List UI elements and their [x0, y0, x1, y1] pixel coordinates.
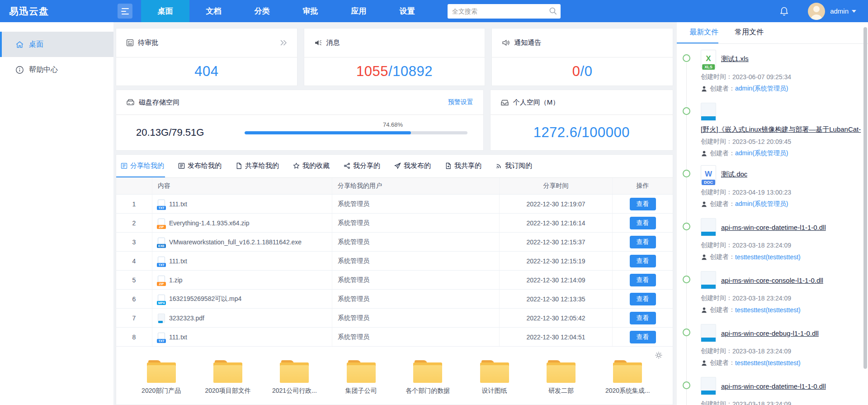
file-radio[interactable] — [683, 54, 690, 62]
tab-apps[interactable]: 应用 — [335, 0, 383, 22]
alert-settings-link[interactable]: 预警设置 — [448, 98, 473, 106]
file-link[interactable]: [野火]《嵌入式Linux镜像构建与部署—基于LubanCat- — [701, 125, 865, 134]
table-row[interactable]: 5 1.zip 系统管理员 2022-12-30 12:14:09 查看 — [116, 271, 673, 290]
file-link[interactable]: api-ms-win-core-console-l1-1-0.dll — [721, 276, 823, 284]
tab-desktop[interactable]: 桌面 — [141, 0, 189, 22]
created-label: 创建时间： — [701, 294, 732, 302]
view-button[interactable]: 查看 — [630, 293, 656, 305]
double-chevron-right-icon[interactable] — [280, 39, 287, 46]
share-time: 2022-12-30 12:04:51 — [500, 328, 613, 346]
tab-categories[interactable]: 分类 — [238, 0, 286, 22]
stats-row: 待审批 404 消息 1055/10892 通知通 — [116, 28, 673, 86]
creator-label: 创建者： — [710, 306, 735, 314]
tab-my-shared[interactable]: 我共享的 — [444, 155, 482, 177]
caret-down-icon — [852, 10, 856, 13]
tab-my-favorites[interactable]: 我的收藏 — [292, 155, 330, 177]
file-type-icon — [158, 314, 165, 323]
file-list-item: api-ms-win-core-datetime-l1-1-0.dll 创建时间… — [677, 217, 868, 270]
tab-shared-with-me[interactable]: 共享给我的 — [235, 155, 280, 177]
creator-value[interactable]: admin(系统管理员) — [735, 149, 788, 157]
folder-icon — [480, 360, 509, 383]
creator-value[interactable]: testtesttest(testtesttest) — [735, 359, 801, 367]
avatar[interactable] — [808, 3, 825, 20]
folder[interactable]: 2020系统集成... — [598, 360, 657, 395]
creator-value[interactable]: testtesttest(testtesttest) — [735, 253, 801, 261]
announcement-icon — [502, 39, 510, 47]
table-row[interactable]: 1 111.txt 系统管理员 2022-12-30 12:19:07 查看 — [116, 195, 673, 214]
table-row[interactable]: 2 Everything-1.4.1.935.x64.zip 系统管理员 202… — [116, 214, 673, 233]
global-search — [448, 4, 561, 19]
pending-approvals-value: 404 — [116, 57, 297, 86]
tab-my-published[interactable]: 我发布的 — [393, 155, 432, 177]
notices-card: 通知通告 0/0 — [491, 28, 673, 86]
folder-label: 2020系统集成... — [605, 387, 650, 395]
folder[interactable]: 研发二部 — [531, 360, 591, 395]
files-panel-tabs: 最新文件 常用文件 — [677, 22, 868, 44]
gear-icon[interactable] — [655, 351, 663, 359]
tab-latest-files[interactable]: 最新文件 — [677, 22, 718, 43]
file-link[interactable]: api-ms-win-core-datetime-l1-1-0.dll — [721, 382, 826, 390]
folder[interactable]: 各个部门的数据 — [398, 360, 458, 395]
file-link[interactable]: api-ms-win-core-datetime-l1-1-0.dll — [721, 224, 826, 231]
file-radio[interactable] — [683, 381, 690, 389]
hard-drive-icon — [126, 98, 135, 106]
tab-frequent-files[interactable]: 常用文件 — [735, 22, 764, 43]
tab-my-subscriptions[interactable]: 我订阅的 — [495, 155, 533, 177]
table-row[interactable]: 6 1632195269582可以.mp4 系统管理员 2022-12-30 1… — [116, 290, 673, 309]
tab-settings[interactable]: 设置 — [383, 0, 431, 22]
tab-documents[interactable]: 文档 — [189, 0, 238, 22]
folder-label: 2021公司行政... — [272, 387, 317, 395]
folder[interactable]: 设计图纸 — [465, 360, 524, 395]
file-radio[interactable] — [683, 329, 690, 336]
sidebar-item-desktop[interactable]: 桌面 — [0, 32, 113, 57]
file-radio[interactable] — [683, 170, 690, 177]
file-created-row: 创建时间： 2023-03-18 23:24:09 — [701, 347, 865, 355]
creator-label: 创建者： — [710, 149, 735, 157]
topbar: 易迅云盘 桌面 文档 分类 审批 应用 设置 admin — [0, 0, 868, 22]
notifications-bell-icon[interactable] — [779, 6, 789, 16]
main-content: 待审批 404 消息 1055/10892 通知通 — [113, 22, 675, 405]
view-button[interactable]: 查看 — [630, 274, 656, 286]
card-title: 消息 — [326, 38, 340, 47]
view-button[interactable]: 查看 — [630, 198, 656, 210]
search-icon[interactable] — [549, 7, 557, 15]
file-list-item: X XLS 测试1.xls 创建时间： 2023-06-07 09:25:34 … — [677, 48, 868, 101]
file-link[interactable]: api-ms-win-core-debug-l1-1-0.dll — [721, 329, 819, 337]
user-menu[interactable]: admin — [830, 7, 868, 15]
folder[interactable]: 2021公司行政... — [264, 360, 324, 395]
file-created-row: 创建时间： 2023-05-12 20:09:45 — [701, 138, 865, 146]
scrollbar-thumb[interactable] — [863, 27, 867, 369]
creator-value[interactable]: admin(系统管理员) — [735, 200, 788, 208]
file-radio[interactable] — [683, 223, 690, 230]
tab-approvals[interactable]: 审批 — [286, 0, 335, 22]
table-row[interactable]: 4 111.txt 系统管理员 2022-12-30 12:15:19 查看 — [116, 252, 673, 271]
disk-storage-card: 磁盘存储空间 预警设置 20.13G/79.51G 74.68% — [116, 90, 484, 151]
view-button[interactable]: 查看 — [630, 312, 656, 324]
personal-space-value: 1272.6/100000 — [491, 115, 673, 150]
file-type-icon — [158, 295, 165, 304]
sidebar-item-help[interactable]: 帮助中心 — [0, 57, 113, 82]
file-link[interactable]: 测试.doc — [721, 170, 747, 179]
file-type-icon — [158, 333, 165, 342]
search-input[interactable] — [448, 4, 561, 19]
tab-shared-to-me[interactable]: 分享给我的 — [116, 155, 165, 177]
folder[interactable]: 集团子公司 — [331, 360, 391, 395]
creator-value[interactable]: testtesttest(testtesttest) — [735, 306, 801, 314]
tab-my-shares[interactable]: 我分享的 — [343, 155, 381, 177]
file-radio[interactable] — [683, 107, 690, 115]
file-created-row: 创建时间： 2023-06-07 09:25:34 — [701, 73, 865, 81]
folder[interactable]: 2020部门产品 — [132, 360, 191, 395]
folder[interactable]: 2020项目部文件 — [198, 360, 258, 395]
table-row[interactable]: 3 VMwareworkstation_full_v16.2.1.1881164… — [116, 233, 673, 252]
file-radio[interactable] — [683, 276, 690, 283]
file-link[interactable]: 测试1.xls — [721, 55, 749, 63]
view-button[interactable]: 查看 — [630, 217, 656, 229]
view-button[interactable]: 查看 — [630, 255, 656, 267]
table-row[interactable]: 8 111.txt 系统管理员 2022-12-30 12:04:51 查看 — [116, 328, 673, 347]
view-button[interactable]: 查看 — [630, 236, 656, 248]
creator-value[interactable]: admin(系统管理员) — [735, 85, 788, 93]
table-row[interactable]: 7 3232323.pdf 系统管理员 2022-12-30 12:05:42 … — [116, 309, 673, 328]
menu-toggle-button[interactable] — [118, 4, 132, 19]
tab-published-to-me[interactable]: 发布给我的 — [177, 155, 222, 177]
view-button[interactable]: 查看 — [630, 331, 656, 343]
